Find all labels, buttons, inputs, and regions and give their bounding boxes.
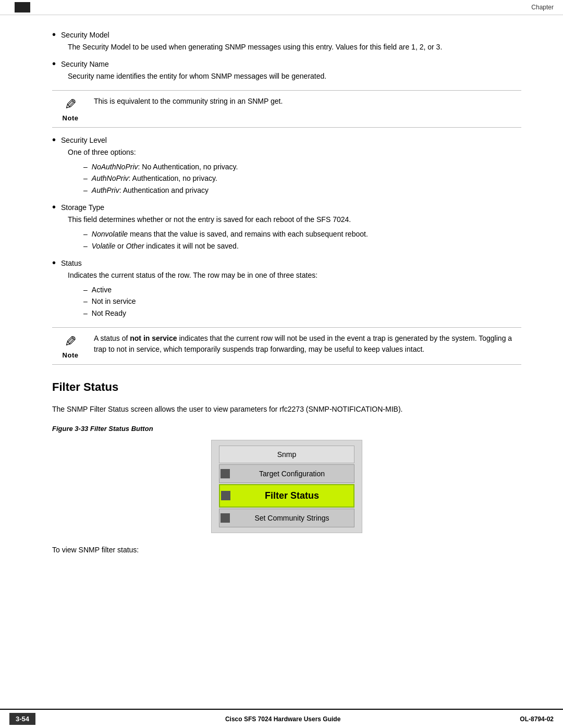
bullet-label-security-model: Security Model <box>61 31 109 39</box>
note-label-2: Note <box>63 351 79 359</box>
note-content-1: This is equivalent to the community stri… <box>89 96 283 107</box>
footer-page-number: 3-54 <box>9 713 35 725</box>
dash-noauthnopriv: – NoAuthNoPriv: No Authentication, no pr… <box>83 161 521 172</box>
figure-caption: Figure 3-33 Filter Status Button <box>52 425 521 433</box>
bullet-storage-type: • Storage Type This field determines whe… <box>52 203 521 252</box>
dash-nonvolatile: – Nonvolatile means that the value is sa… <box>83 228 521 240</box>
dash-authpriv: – AuthPriv: Authentication and privacy <box>83 184 521 196</box>
menu-indicator-community <box>221 513 230 523</box>
menu-wrapper: Snmp Target Configuration Filter Status … <box>211 440 362 533</box>
dash-volatile: – Volatile or Other indicates it will no… <box>83 240 521 252</box>
bullet-title-security-level: • Security Level <box>52 136 521 145</box>
to-view-line: To view SNMP filter status: <box>52 546 521 554</box>
bullet-dot-3: • <box>52 134 56 145</box>
dash-active: – Active <box>83 284 521 295</box>
filter-status-intro: The SNMP Filter Status screen allows the… <box>52 403 521 415</box>
footer-doc-number: OL-8794-02 <box>520 715 554 723</box>
bullet-desc-security-name: Security name identifies the entity for … <box>68 71 521 82</box>
note-content-2: A status of not in service indicates tha… <box>89 333 521 355</box>
bullet-title-security-name: • Security Name <box>52 60 521 69</box>
note-box-1: ✎ Note This is equivalent to the communi… <box>52 90 521 128</box>
bullet-label-storage-type: Storage Type <box>61 203 104 212</box>
bullet-security-level: • Security Level One of three options: –… <box>52 136 521 196</box>
bullet-desc-status: Indicates the current status of the row.… <box>68 270 521 281</box>
dash-authnopriv: – AuthNoPriv: Authentication, no privacy… <box>83 172 521 184</box>
menu-indicator-target <box>221 469 230 478</box>
note-icon-area-1: ✎ Note <box>52 96 89 122</box>
bullet-dot-5: • <box>52 257 56 268</box>
bullet-dot-2: • <box>52 58 56 69</box>
menu-diagram-container: Snmp Target Configuration Filter Status … <box>52 440 521 533</box>
note-label-1: Note <box>63 114 79 122</box>
dash-not-in-service: – Not in service <box>83 295 521 307</box>
bullet-dot-4: • <box>52 202 56 212</box>
main-content: • Security Model The Security Model to b… <box>0 15 563 570</box>
bullet-label-status: Status <box>61 259 82 267</box>
dash-not-ready: – Not Ready <box>83 307 521 319</box>
bullet-title-storage-type: • Storage Type <box>52 203 521 212</box>
bullet-dot: • <box>52 29 56 40</box>
header-bar: Chapter <box>0 0 563 15</box>
bullet-security-name: • Security Name Security name identifies… <box>52 60 521 82</box>
footer-guide-title: Cisco SFS 7024 Hardware Users Guide <box>46 715 520 723</box>
bullet-security-model: • Security Model The Security Model to b… <box>52 31 521 53</box>
bullet-desc-storage-type: This field determines whether or not the… <box>68 214 521 225</box>
filter-status-heading: Filter Status <box>52 380 521 394</box>
note-icon-area-2: ✎ Note <box>52 333 89 359</box>
menu-indicator-filter <box>221 491 230 500</box>
note-pencil-icon-1: ✎ <box>65 96 77 113</box>
footer: 3-54 Cisco SFS 7024 Hardware Users Guide… <box>0 709 563 728</box>
menu-item-community-strings: Set Community Strings <box>219 509 354 527</box>
bullet-label-security-level: Security Level <box>61 136 107 144</box>
bullet-desc-security-model: The Security Model to be used when gener… <box>68 42 521 53</box>
bullet-label-security-name: Security Name <box>61 60 109 68</box>
header-black-block <box>15 2 30 13</box>
menu-item-snmp: Snmp <box>219 446 354 463</box>
menu-list: Snmp Target Configuration Filter Status … <box>219 446 354 527</box>
bullet-title-status: • Status <box>52 259 521 268</box>
menu-item-filter-status: Filter Status <box>219 484 354 508</box>
bullet-intro-security-level: One of three options: <box>68 147 521 158</box>
note-pencil-icon-2: ✎ <box>65 333 77 350</box>
note-box-2: ✎ Note A status of not in service indica… <box>52 327 521 365</box>
menu-item-target-config: Target Configuration <box>219 464 354 483</box>
bullet-status: • Status Indicates the current status of… <box>52 259 521 319</box>
chapter-label: Chapter <box>531 4 554 11</box>
bullet-title-security-model: • Security Model <box>52 31 521 40</box>
